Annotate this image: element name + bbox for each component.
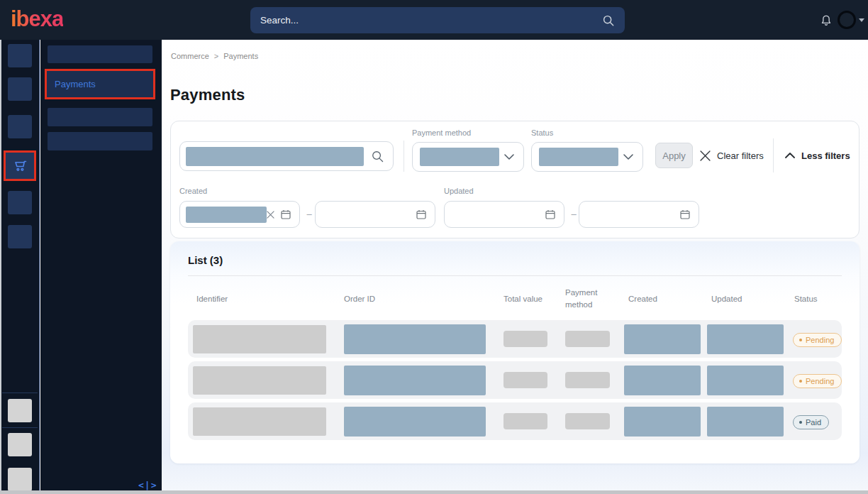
page-title: Payments: [170, 86, 245, 104]
col-payment-method: Payment method: [565, 287, 624, 310]
updated-to-input[interactable]: [579, 201, 699, 228]
status-label: Status: [531, 128, 643, 137]
redacted-total-value: [503, 331, 547, 347]
sidebar-item-4[interactable]: [48, 132, 152, 150]
created-to-input[interactable]: [315, 201, 435, 228]
redacted-updated: [707, 407, 784, 437]
redacted-select-value: [539, 148, 618, 166]
shopping-cart-icon[interactable]: [11, 158, 28, 175]
payment-method-select[interactable]: [412, 142, 524, 172]
global-search-input[interactable]: [260, 15, 602, 26]
sidebar-item-1[interactable]: [48, 45, 152, 63]
redacted-created: [624, 407, 701, 437]
status-badge: Paid: [793, 415, 829, 429]
col-order-id: Order ID: [344, 293, 503, 305]
calendar-icon[interactable]: [679, 209, 691, 220]
user-menu-caret-icon[interactable]: [859, 18, 864, 22]
payment-row[interactable]: Pending: [188, 361, 842, 399]
redacted-identifier: [193, 325, 326, 353]
main-content: Commerce > Payments Payments Payment met…: [162, 40, 868, 494]
calendar-icon[interactable]: [545, 209, 556, 220]
redacted-total-value: [503, 372, 547, 388]
status-dot-icon: [799, 339, 802, 341]
redacted-total-value: [503, 413, 547, 429]
redacted-identifier: [193, 407, 326, 436]
topbar: ibexa: [0, 0, 868, 40]
clear-filters-button[interactable]: Clear filters: [700, 143, 764, 168]
redacted-payment-method: [565, 413, 610, 429]
payment-row[interactable]: Paid: [188, 402, 842, 440]
range-separator: –: [304, 201, 314, 228]
redacted-payment-method: [565, 372, 610, 388]
status-badge: Pending: [793, 333, 842, 347]
sidebar-item-payments[interactable]: Payments: [47, 79, 96, 89]
filter-search-input[interactable]: [179, 141, 394, 171]
redacted-identifier: [193, 366, 326, 395]
redacted-created: [624, 324, 701, 354]
global-search[interactable]: [250, 7, 625, 33]
breadcrumb-payments: Payments: [223, 52, 258, 60]
created-label: Created: [179, 187, 207, 195]
clear-filters-label: Clear filters: [717, 150, 764, 161]
sidebar-collapse-toggle-icon[interactable]: <|>: [138, 480, 157, 490]
table-body: Pending Pending: [188, 320, 842, 444]
sidebar-item-3[interactable]: [48, 108, 152, 126]
rail-item-6[interactable]: [8, 225, 32, 248]
rail-bottom-item-3[interactable]: [8, 468, 32, 491]
filters-panel: Payment method Status Apply: [170, 121, 859, 238]
col-status: Status: [790, 293, 842, 305]
clear-date-icon[interactable]: [267, 211, 274, 219]
notifications-bell-icon[interactable]: [819, 13, 833, 28]
list-heading: List (3): [188, 254, 223, 266]
status-dot-icon: [799, 380, 802, 383]
payments-highlight-box: Payments: [45, 69, 155, 99]
chevron-up-icon: [785, 153, 795, 158]
app-window: ibexa: [0, 0, 868, 494]
status-badge: Pending: [793, 374, 842, 388]
redacted-select-value: [420, 148, 499, 166]
rail-item-1[interactable]: [8, 44, 32, 67]
redacted-order-id: [344, 407, 486, 437]
redacted-payment-method: [565, 331, 610, 347]
status-filter: Status: [531, 128, 643, 172]
redacted-updated: [707, 366, 784, 395]
breadcrumb-commerce[interactable]: Commerce: [171, 52, 209, 60]
payment-method-filter: Payment method: [412, 128, 524, 172]
less-filters-toggle[interactable]: Less filters: [785, 143, 850, 168]
rail-bottom-item-1[interactable]: [8, 399, 32, 422]
apply-button[interactable]: Apply: [655, 143, 693, 168]
calendar-icon[interactable]: [416, 209, 427, 220]
search-icon: [602, 14, 615, 27]
payment-method-label: Payment method: [412, 128, 524, 137]
updated-from-input[interactable]: [444, 201, 564, 228]
col-updated: Updated: [707, 293, 790, 305]
redacted-updated: [707, 324, 784, 354]
updated-label: Updated: [444, 187, 474, 195]
ibexa-logo: ibexa: [11, 6, 63, 32]
rail-bottom-item-2[interactable]: [8, 433, 32, 456]
search-icon: [371, 150, 384, 163]
redacted-date-value: [186, 207, 267, 223]
horizontal-scrollbar[interactable]: [0, 490, 868, 494]
rail-item-2[interactable]: [8, 77, 32, 101]
less-filters-label: Less filters: [801, 150, 850, 161]
rail-item-5[interactable]: [8, 191, 32, 214]
icon-rail: [0, 40, 40, 494]
commerce-highlight-box: [4, 150, 36, 181]
created-from-input[interactable]: [179, 201, 300, 228]
redacted-created: [624, 366, 701, 395]
col-total-value: Total value: [503, 293, 565, 305]
status-select[interactable]: [531, 142, 643, 172]
window-left-edge: [0, 40, 1, 494]
calendar-icon[interactable]: [280, 209, 291, 220]
range-separator: –: [569, 201, 579, 228]
filter-divider: [404, 141, 404, 172]
payment-row[interactable]: Pending: [188, 320, 842, 358]
status-dot-icon: [799, 421, 802, 424]
breadcrumb: Commerce > Payments: [171, 52, 258, 60]
rail-item-3[interactable]: [8, 115, 32, 138]
user-avatar[interactable]: [838, 11, 856, 29]
breadcrumb-separator: >: [214, 52, 218, 60]
chevron-down-icon: [623, 154, 633, 160]
chevron-down-icon: [504, 154, 514, 160]
